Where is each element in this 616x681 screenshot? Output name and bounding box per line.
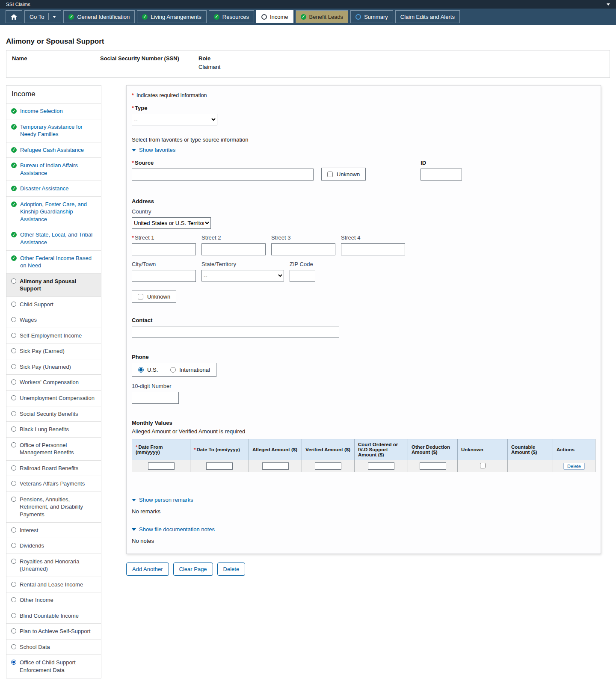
sidebar-item-workers-comp[interactable]: Workers' Compensation	[6, 374, 101, 390]
sidebar-item-opm-benefits[interactable]: Office of Personnel Management Benefits	[6, 437, 101, 460]
id-input[interactable]	[421, 169, 462, 181]
sidebar-item-blind-countable[interactable]: Blind Countable Income	[6, 608, 101, 624]
add-another-button[interactable]: Add Another	[126, 563, 169, 576]
home-tab[interactable]	[6, 10, 22, 23]
sidebar-item-wages[interactable]: Wages	[6, 312, 101, 328]
sidebar-item-refugee-cash[interactable]: Refugee Cash Assistance	[6, 142, 101, 158]
tab-summary[interactable]: Summary	[350, 10, 393, 23]
sidebar-item-social-security[interactable]: Social Security Benefits	[6, 406, 101, 422]
source-unknown-toggle[interactable]: Unknown	[321, 168, 366, 181]
contact-input[interactable]	[132, 326, 339, 338]
sidebar-item-tanf[interactable]: Temporary Assistance for Needy Families	[6, 119, 101, 142]
source-input[interactable]	[132, 169, 314, 181]
tab-benefit-leads[interactable]: Benefit Leads	[296, 10, 349, 23]
verified-amount-input[interactable]	[315, 462, 341, 470]
page: SSI Claims Go To General Identification …	[0, 0, 616, 681]
sidebar-item-adoption-foster-kinship[interactable]: Adoption, Foster Care, and Kinship Guard…	[6, 196, 101, 227]
sidebar-item-alimony-spousal[interactable]: Alimony and Spousal Support	[6, 273, 101, 296]
sidebar-item-disaster[interactable]: Disaster Assistance	[6, 181, 101, 196]
row-unknown-checkbox[interactable]	[480, 463, 486, 468]
phone-international-radio[interactable]	[170, 367, 176, 373]
phone-number-input[interactable]	[132, 392, 179, 404]
court-ordered-amount-input[interactable]	[368, 462, 394, 470]
tab-resources[interactable]: Resources	[209, 10, 254, 23]
sidebar-item-plan-self-support[interactable]: Plan to Achieve Self-Support	[6, 623, 101, 639]
chevron-down-icon	[132, 499, 136, 501]
street3-input[interactable]	[271, 243, 335, 255]
no-remarks-text: No remarks	[132, 508, 595, 515]
sidebar-item-unemployment[interactable]: Unemployment Compensation	[6, 390, 101, 406]
sidebar-item-black-lung[interactable]: Black Lung Benefits	[6, 421, 101, 437]
sidebar-item-sick-pay-earned[interactable]: Sick Pay (Earned)	[6, 343, 101, 359]
radio-icon	[11, 348, 16, 353]
caret-down-icon	[53, 16, 56, 18]
goto-label: Go To	[30, 14, 44, 20]
tab-living-arrangements[interactable]: Living Arrangements	[137, 10, 207, 23]
sidebar-item-interest[interactable]: Interest	[6, 522, 101, 538]
contact-section: Contact	[132, 317, 595, 338]
sidebar-item-sick-pay-unearned[interactable]: Sick Pay (Unearned)	[6, 359, 101, 375]
radio-icon	[11, 628, 16, 634]
tab-claim-edits-alerts[interactable]: Claim Edits and Alerts	[395, 10, 460, 23]
tab-general-identification[interactable]: General Identification	[63, 10, 135, 23]
source-field: Source	[132, 160, 314, 181]
sidebar-item-child-support[interactable]: Child Support	[6, 296, 101, 312]
zip-input[interactable]	[290, 270, 315, 282]
tab-income[interactable]: Income	[256, 10, 293, 23]
clear-page-button[interactable]: Clear Page	[173, 563, 213, 576]
row-delete-button[interactable]: Delete	[563, 463, 585, 470]
radio-icon	[11, 644, 16, 649]
check-icon	[11, 232, 17, 237]
menu-caret-icon[interactable]	[607, 3, 610, 6]
other-deduction-amount-input[interactable]	[420, 462, 446, 470]
show-favorites-link[interactable]: Show favorites	[132, 147, 595, 153]
show-file-notes-link[interactable]: Show file documentation notes	[132, 526, 595, 533]
address-unknown-checkbox[interactable]	[138, 294, 143, 299]
street4-input[interactable]	[341, 243, 405, 255]
type-select[interactable]: --	[132, 114, 217, 125]
sidebar-item-other-income[interactable]: Other Income	[6, 592, 101, 608]
col-date-to: Date To (mm/yyyy)	[190, 439, 249, 460]
person-ssn-col: Social Security Number (SSN)	[100, 55, 198, 70]
show-person-remarks-link[interactable]: Show person remarks	[132, 497, 595, 503]
sidebar-item-school-data[interactable]: School Data	[6, 639, 101, 655]
delete-button[interactable]: Delete	[217, 563, 246, 576]
monthly-values-section: Monthly Values Alleged Amount or Verifie…	[132, 420, 595, 472]
sidebar-item-other-federal-need[interactable]: Other Federal Income Based on Need	[6, 250, 101, 273]
city-input[interactable]	[132, 270, 196, 282]
street1-input[interactable]	[132, 243, 196, 255]
sidebar-item-veterans-affairs[interactable]: Veterans Affairs Payments	[6, 476, 101, 492]
radio-icon	[11, 379, 16, 385]
phone-international-option[interactable]: International	[164, 363, 216, 376]
check-icon	[68, 14, 74, 20]
sidebar-item-other-state-local-tribal[interactable]: Other State, Local, and Tribal Assistanc…	[6, 227, 101, 250]
sidebar-item-ocse-data[interactable]: Office of Child Support Enforcement Data	[6, 654, 101, 678]
address-unknown-toggle[interactable]: Unknown	[132, 290, 176, 303]
date-to-input[interactable]	[206, 462, 233, 470]
goto-dropdown[interactable]: Go To	[24, 10, 61, 23]
sidebar-item-bia-assistance[interactable]: Bureau of Indian Affairs Assistance	[6, 157, 101, 181]
date-from-input[interactable]	[148, 462, 175, 470]
street1-field: Street 1	[132, 234, 196, 255]
sidebar-item-royalties-honoraria[interactable]: Royalties and Honoraria (Unearned)	[6, 554, 101, 577]
source-unknown-checkbox[interactable]	[327, 172, 333, 177]
street2-input[interactable]	[201, 243, 266, 255]
sidebar-item-dividends[interactable]: Dividends	[6, 538, 101, 554]
check-icon	[11, 108, 17, 114]
phone-us-option[interactable]: U.S.	[132, 363, 164, 376]
state-select[interactable]: --	[201, 270, 284, 281]
radio-icon	[11, 527, 16, 533]
remarks-section: Show person remarks No remarks Show file…	[132, 497, 595, 544]
income-sidebar: Income Income Selection Temporary Assist…	[6, 85, 101, 678]
alleged-amount-input[interactable]	[262, 462, 289, 470]
radio-icon	[11, 597, 16, 602]
radio-icon	[11, 395, 16, 400]
sidebar-item-rental-lease[interactable]: Rental and Lease Income	[6, 577, 101, 592]
phone-us-radio[interactable]	[138, 367, 144, 373]
country-select[interactable]: United States or U.S. Territory	[132, 217, 211, 229]
sidebar-item-pensions-annuities[interactable]: Pensions, Annuities, Retirement, and Dis…	[6, 492, 101, 522]
sidebar-item-railroad-board[interactable]: Railroad Board Benefits	[6, 460, 101, 476]
monthly-values-note: Alleged Amount or Verified Amount is req…	[132, 428, 595, 435]
sidebar-item-self-employment[interactable]: Self-Employment Income	[6, 328, 101, 343]
sidebar-item-income-selection[interactable]: Income Selection	[6, 103, 101, 119]
